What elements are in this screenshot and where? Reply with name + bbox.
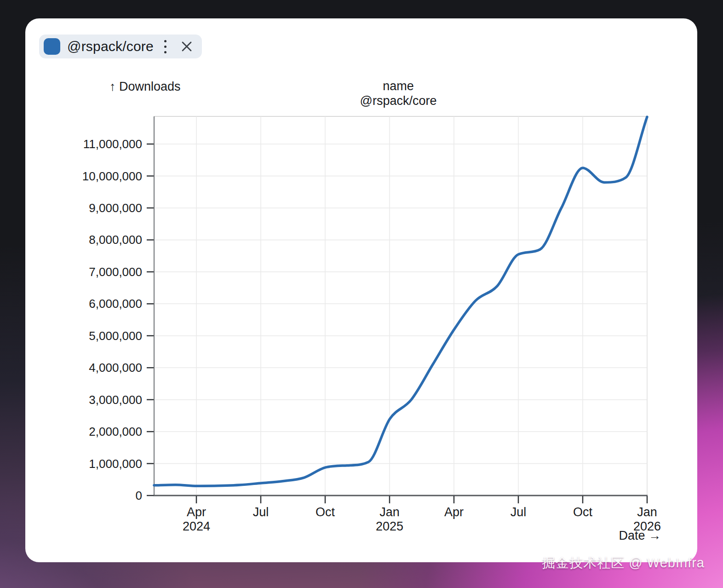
x-tick-label: Jan xyxy=(637,505,657,519)
x-tick-year-label: 2024 xyxy=(183,519,210,533)
y-tick-label: 9,000,000 xyxy=(89,201,142,215)
downloads-chart[interactable]: 01,000,0002,000,0003,000,0004,000,0005,0… xyxy=(25,18,697,562)
x-axis-title: Date → xyxy=(619,529,661,542)
x-tick-label: Jul xyxy=(511,505,527,519)
y-tick-label: 8,000,000 xyxy=(89,233,142,247)
y-tick-label: 7,000,000 xyxy=(89,265,142,279)
y-tick-label: 11,000,000 xyxy=(83,137,142,151)
x-tick-label: Apr xyxy=(444,505,464,519)
y-tick-label: 3,000,000 xyxy=(89,393,142,407)
watermark: 掘金技术社区 @ WebInfra xyxy=(542,554,705,572)
x-tick-label: Jul xyxy=(253,505,269,519)
x-tick-label: Jan xyxy=(379,505,400,519)
y-tick-label: 10,000,000 xyxy=(82,169,142,183)
downloads-line-series xyxy=(154,117,647,486)
chart-window: @rspack/core ↑ Downloads name @rspack/co… xyxy=(25,18,697,562)
y-tick-label: 4,000,000 xyxy=(89,361,142,375)
y-tick-label: 1,000,000 xyxy=(89,457,142,471)
y-tick-label: 0 xyxy=(136,489,142,502)
desktop-background: { "window": { "chip": { "label": "@rspac… xyxy=(0,0,723,588)
y-tick-label: 2,000,000 xyxy=(89,425,142,438)
x-tick-year-label: 2025 xyxy=(376,519,403,533)
x-tick-label: Apr xyxy=(187,505,206,519)
y-tick-label: 5,000,000 xyxy=(89,329,142,343)
x-tick-label: Oct xyxy=(316,505,335,519)
x-tick-label: Oct xyxy=(573,505,593,519)
y-tick-label: 6,000,000 xyxy=(89,297,142,311)
